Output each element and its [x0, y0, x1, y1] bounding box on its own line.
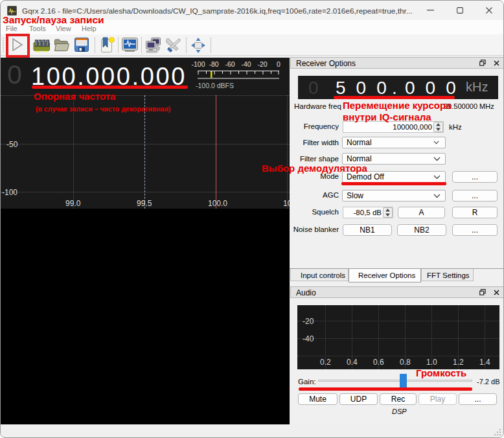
- svg-text:0: 0: [277, 60, 281, 68]
- svg-text:-100: -100: [191, 60, 205, 68]
- svg-text:-40: -40: [241, 60, 251, 68]
- svg-text:-60: -60: [225, 60, 235, 68]
- svg-text:-20: -20: [257, 60, 267, 68]
- svg-text:-80: -80: [209, 60, 218, 68]
